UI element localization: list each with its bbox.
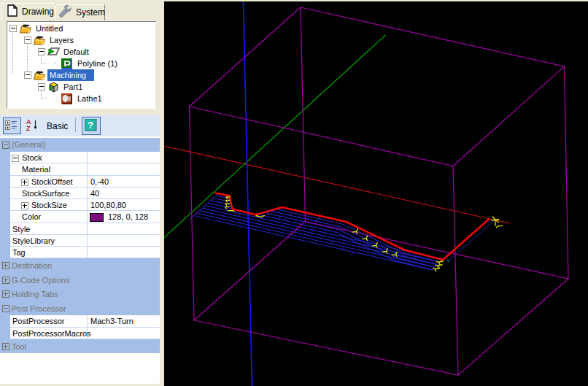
- svg-text:Z: Z: [26, 125, 31, 132]
- svg-text:?: ?: [88, 120, 93, 131]
